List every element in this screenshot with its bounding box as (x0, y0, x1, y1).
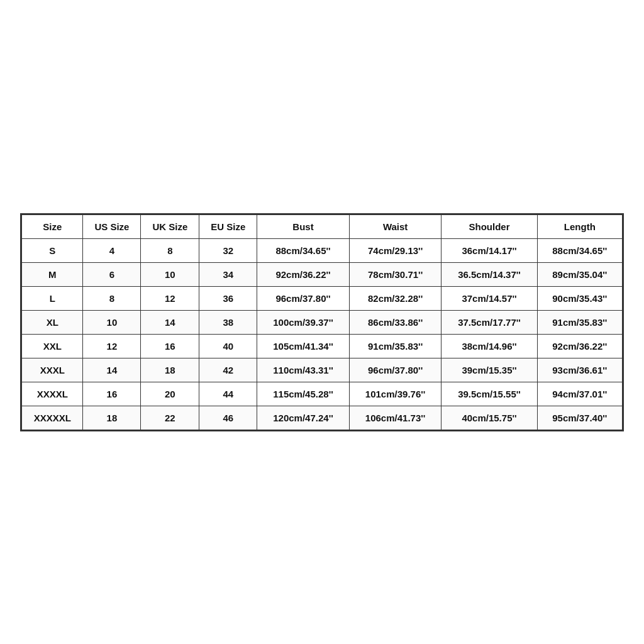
header-length: Length (537, 214, 622, 238)
cell-length: 89cm/35.04'' (537, 262, 622, 286)
table-row: XXXXL162044115cm/45.28''101cm/39.76''39.… (22, 382, 623, 406)
cell-waist: 86cm/33.86'' (349, 310, 441, 334)
cell-shoulder: 39cm/15.35'' (441, 358, 537, 382)
cell-us_size: 8 (83, 286, 141, 310)
cell-bust: 115cm/45.28'' (257, 382, 350, 406)
size-chart-container: Size US Size UK Size EU Size Bust Waist … (20, 213, 624, 431)
table-row: XXXL141842110cm/43.31''96cm/37.80''39cm/… (22, 358, 623, 382)
cell-waist: 82cm/32.28'' (349, 286, 441, 310)
cell-waist: 96cm/37.80'' (349, 358, 441, 382)
cell-waist: 106cm/41.73'' (349, 406, 441, 430)
cell-eu_size: 42 (199, 358, 257, 382)
cell-eu_size: 34 (199, 262, 257, 286)
cell-size: XXXXL (22, 382, 83, 406)
cell-uk_size: 18 (141, 358, 199, 382)
table-row: L8123696cm/37.80''82cm/32.28''37cm/14.57… (22, 286, 623, 310)
cell-shoulder: 36.5cm/14.37'' (441, 262, 537, 286)
header-us-size: US Size (83, 214, 141, 238)
cell-size: L (22, 286, 83, 310)
header-uk-size: UK Size (141, 214, 199, 238)
cell-uk_size: 22 (141, 406, 199, 430)
cell-us_size: 6 (83, 262, 141, 286)
table-row: XXL121640105cm/41.34''91cm/35.83''38cm/1… (22, 334, 623, 358)
cell-shoulder: 40cm/15.75'' (441, 406, 537, 430)
cell-size: XXXL (22, 358, 83, 382)
size-chart-table: Size US Size UK Size EU Size Bust Waist … (21, 214, 623, 430)
cell-eu_size: 38 (199, 310, 257, 334)
cell-eu_size: 40 (199, 334, 257, 358)
cell-size: M (22, 262, 83, 286)
cell-length: 93cm/36.61'' (537, 358, 622, 382)
table-row: XL101438100cm/39.37''86cm/33.86''37.5cm/… (22, 310, 623, 334)
cell-size: XXL (22, 334, 83, 358)
cell-uk_size: 8 (141, 238, 199, 262)
cell-length: 88cm/34.65'' (537, 238, 622, 262)
cell-us_size: 4 (83, 238, 141, 262)
cell-waist: 91cm/35.83'' (349, 334, 441, 358)
cell-bust: 92cm/36.22'' (257, 262, 350, 286)
cell-shoulder: 38cm/14.96'' (441, 334, 537, 358)
cell-size: XXXXXL (22, 406, 83, 430)
cell-eu_size: 46 (199, 406, 257, 430)
cell-uk_size: 20 (141, 382, 199, 406)
cell-bust: 110cm/43.31'' (257, 358, 350, 382)
table-header-row: Size US Size UK Size EU Size Bust Waist … (22, 214, 623, 238)
cell-us_size: 18 (83, 406, 141, 430)
cell-length: 92cm/36.22'' (537, 334, 622, 358)
cell-us_size: 10 (83, 310, 141, 334)
cell-bust: 100cm/39.37'' (257, 310, 350, 334)
cell-us_size: 12 (83, 334, 141, 358)
cell-bust: 105cm/41.34'' (257, 334, 350, 358)
cell-eu_size: 36 (199, 286, 257, 310)
cell-eu_size: 32 (199, 238, 257, 262)
cell-length: 90cm/35.43'' (537, 286, 622, 310)
cell-size: XL (22, 310, 83, 334)
header-shoulder: Shoulder (441, 214, 537, 238)
cell-uk_size: 14 (141, 310, 199, 334)
cell-length: 94cm/37.01'' (537, 382, 622, 406)
cell-waist: 101cm/39.76'' (349, 382, 441, 406)
cell-us_size: 16 (83, 382, 141, 406)
cell-eu_size: 44 (199, 382, 257, 406)
cell-bust: 120cm/47.24'' (257, 406, 350, 430)
cell-length: 91cm/35.83'' (537, 310, 622, 334)
cell-shoulder: 37cm/14.57'' (441, 286, 537, 310)
cell-waist: 78cm/30.71'' (349, 262, 441, 286)
header-eu-size: EU Size (199, 214, 257, 238)
table-row: XXXXXL182246120cm/47.24''106cm/41.73''40… (22, 406, 623, 430)
cell-shoulder: 37.5cm/17.77'' (441, 310, 537, 334)
cell-size: S (22, 238, 83, 262)
cell-shoulder: 36cm/14.17'' (441, 238, 537, 262)
cell-waist: 74cm/29.13'' (349, 238, 441, 262)
cell-bust: 88cm/34.65'' (257, 238, 350, 262)
cell-shoulder: 39.5cm/15.55'' (441, 382, 537, 406)
cell-uk_size: 16 (141, 334, 199, 358)
cell-uk_size: 10 (141, 262, 199, 286)
header-size: Size (22, 214, 83, 238)
cell-uk_size: 12 (141, 286, 199, 310)
cell-bust: 96cm/37.80'' (257, 286, 350, 310)
table-row: M6103492cm/36.22''78cm/30.71''36.5cm/14.… (22, 262, 623, 286)
header-waist: Waist (349, 214, 441, 238)
cell-length: 95cm/37.40'' (537, 406, 622, 430)
cell-us_size: 14 (83, 358, 141, 382)
header-bust: Bust (257, 214, 350, 238)
table-row: S483288cm/34.65''74cm/29.13''36cm/14.17'… (22, 238, 623, 262)
